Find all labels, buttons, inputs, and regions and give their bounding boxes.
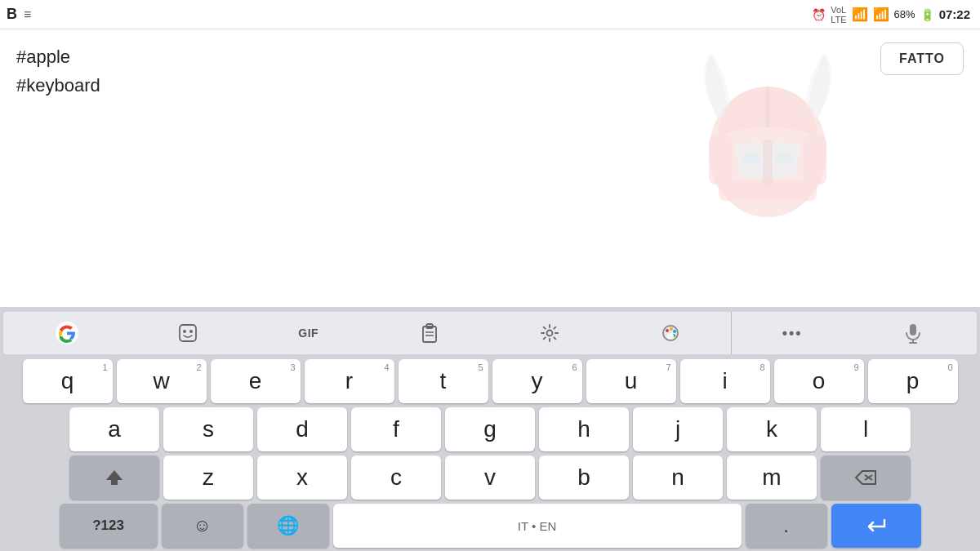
- key-u[interactable]: u7: [586, 359, 676, 403]
- key-rows: q1 w2 e3 r4 t5 y6 u7 i8 o9 p0 a s d f g …: [3, 359, 977, 548]
- text-area[interactable]: #apple #keyboard: [0, 29, 980, 307]
- key-w[interactable]: w2: [117, 359, 207, 403]
- key-a[interactable]: a: [69, 407, 159, 451]
- key-b[interactable]: b: [539, 455, 629, 500]
- enter-key[interactable]: [831, 504, 921, 548]
- google-button[interactable]: [7, 312, 127, 354]
- emoji-key[interactable]: ☺: [162, 504, 243, 548]
- key-r[interactable]: r4: [305, 359, 394, 403]
- palette-button[interactable]: [610, 312, 732, 354]
- google-icon: [55, 321, 79, 345]
- svg-point-17: [666, 329, 669, 332]
- svg-point-19: [673, 330, 676, 333]
- key-z[interactable]: z: [163, 455, 253, 500]
- key-q[interactable]: q1: [23, 359, 113, 403]
- key-p[interactable]: p0: [868, 359, 958, 403]
- key-m[interactable]: m: [727, 455, 817, 500]
- settings-button[interactable]: [490, 312, 611, 354]
- status-bar: B ≡ ⏰ VoLLTE 📶 📶 68% 🔋 07:22: [0, 0, 980, 29]
- key-row-3: z x c v b n m: [3, 455, 977, 500]
- svg-rect-6: [719, 180, 817, 201]
- key-h[interactable]: h: [539, 407, 629, 451]
- backspace-key[interactable]: [821, 455, 911, 500]
- key-v[interactable]: v: [445, 455, 535, 500]
- backspace-icon: [854, 469, 877, 486]
- key-row-2: a s d f g h j k l: [3, 407, 977, 451]
- key-f[interactable]: f: [351, 407, 441, 451]
- key-i[interactable]: i8: [680, 359, 770, 403]
- settings-icon: [539, 322, 560, 344]
- svg-rect-23: [910, 324, 916, 335]
- bold-b-icon: B: [7, 6, 17, 23]
- key-e[interactable]: e3: [211, 359, 301, 403]
- key-j[interactable]: j: [633, 407, 723, 451]
- alarm-icon: ⏰: [812, 8, 826, 21]
- svg-point-15: [547, 331, 553, 336]
- shift-icon: [105, 468, 124, 487]
- svg-point-2: [774, 152, 794, 165]
- key-row-4: ?123 ☺ 🌐 IT • EN .: [3, 504, 977, 548]
- key-g[interactable]: g: [445, 407, 535, 451]
- svg-point-9: [183, 330, 186, 333]
- key-n[interactable]: n: [633, 455, 723, 500]
- palette-icon: [660, 322, 681, 344]
- period-key[interactable]: .: [746, 504, 827, 548]
- svg-point-1: [742, 152, 761, 165]
- status-bar-left: B ≡: [7, 6, 31, 23]
- space-key[interactable]: IT • EN: [333, 504, 742, 548]
- svg-rect-5: [804, 136, 826, 184]
- key-x[interactable]: x: [257, 455, 347, 500]
- key-row-1: q1 w2 e3 r4 t5 y6 u7 i8 o9 p0: [3, 359, 977, 403]
- battery-percent: 68%: [894, 8, 915, 20]
- svg-point-10: [189, 330, 193, 333]
- key-s[interactable]: s: [163, 407, 253, 451]
- sticker-button[interactable]: [127, 312, 248, 354]
- key-l[interactable]: l: [821, 407, 911, 451]
- svg-point-18: [670, 327, 673, 331]
- viking-mascot: [686, 46, 849, 209]
- more-dots-icon: •••: [782, 325, 803, 342]
- clock-time: 07:22: [939, 7, 970, 21]
- more-button[interactable]: •••: [732, 312, 853, 354]
- key-t[interactable]: t5: [399, 359, 488, 403]
- keyboard: GIF: [0, 307, 980, 551]
- mic-button[interactable]: [853, 312, 973, 354]
- key-c[interactable]: c: [351, 455, 441, 500]
- volte-label: VoLLTE: [831, 5, 846, 24]
- svg-rect-4: [709, 136, 732, 184]
- sticker-icon: [177, 322, 198, 344]
- key-o[interactable]: o9: [774, 359, 864, 403]
- symbols-key[interactable]: ?123: [60, 504, 158, 548]
- shift-key[interactable]: [69, 455, 159, 500]
- battery-icon: 🔋: [920, 8, 934, 21]
- keyboard-toolbar: GIF: [3, 312, 977, 354]
- svg-rect-8: [180, 325, 196, 341]
- keyboard-icon: ≡: [24, 7, 31, 22]
- fatto-button[interactable]: FATTO: [880, 42, 964, 75]
- signal-icon: 📶: [873, 7, 889, 22]
- key-d[interactable]: d: [257, 407, 347, 451]
- key-k[interactable]: k: [727, 407, 817, 451]
- clipboard-icon: [420, 322, 439, 344]
- key-y[interactable]: y6: [492, 359, 582, 403]
- globe-key[interactable]: 🌐: [247, 504, 329, 548]
- svg-point-22: [667, 333, 674, 340]
- mic-icon: [904, 322, 922, 344]
- status-bar-right: ⏰ VoLLTE 📶 📶 68% 🔋 07:22: [812, 5, 970, 24]
- clipboard-button[interactable]: [369, 312, 490, 354]
- wifi-icon: 📶: [852, 7, 868, 22]
- gif-button[interactable]: GIF: [248, 312, 369, 354]
- enter-icon: [865, 517, 888, 535]
